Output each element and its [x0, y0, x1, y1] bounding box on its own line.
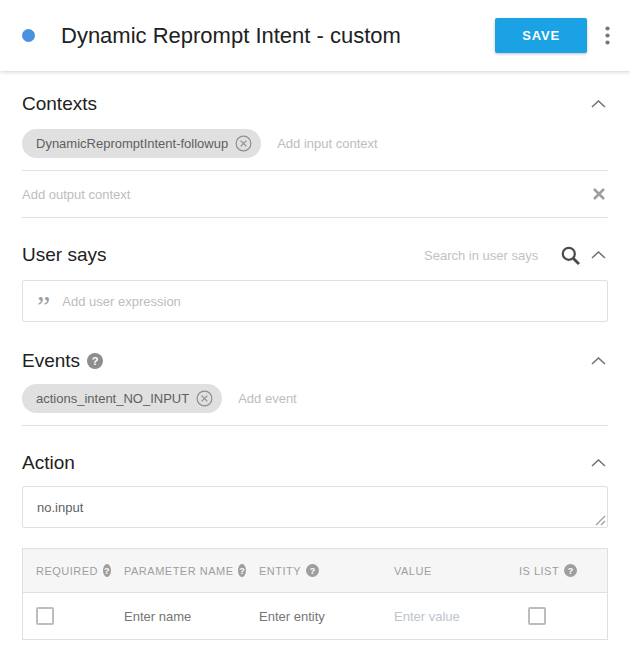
parameters-header-row: REQUIRED ? PARAMETER NAME ? ENTITY ? VAL…	[23, 549, 607, 593]
resize-handle[interactable]	[595, 515, 606, 526]
add-output-context-input[interactable]	[22, 187, 590, 202]
search-user-says-input[interactable]	[424, 248, 552, 263]
help-icon[interactable]: ?	[564, 564, 577, 577]
col-parameter-name-label: PARAMETER NAME	[124, 565, 233, 577]
context-chip: DynamicRepromptIntent-followup	[22, 129, 261, 158]
chevron-up-icon[interactable]	[589, 457, 608, 469]
event-chip: actions_intent_NO_INPUT	[22, 384, 222, 413]
app-header: Dynamic Reprompt Intent - custom SAVE	[0, 0, 630, 71]
help-icon[interactable]: ?	[103, 564, 111, 577]
events-row: actions_intent_NO_INPUT	[22, 384, 608, 426]
action-box	[22, 486, 608, 528]
is-list-checkbox[interactable]	[528, 607, 546, 625]
clear-output-context-icon[interactable]	[590, 185, 608, 203]
chevron-up-icon[interactable]	[589, 98, 608, 110]
kebab-menu-icon[interactable]	[605, 26, 610, 45]
user-says-section: User says ”	[22, 244, 608, 322]
user-expression-box: ”	[22, 280, 608, 322]
intent-dot	[22, 29, 35, 42]
add-input-context-input[interactable]	[277, 136, 608, 151]
parameters-table: REQUIRED ? PARAMETER NAME ? ENTITY ? VAL…	[22, 548, 608, 640]
save-button[interactable]: SAVE	[495, 18, 587, 53]
add-event-input[interactable]	[238, 391, 608, 406]
contexts-heading: Contexts	[22, 93, 97, 115]
col-is-list-label: IS LIST	[519, 565, 559, 577]
page-title: Dynamic Reprompt Intent - custom	[61, 23, 495, 49]
chevron-up-icon[interactable]	[589, 249, 608, 261]
user-says-heading: User says	[22, 244, 106, 266]
parameter-row	[23, 593, 607, 639]
col-entity-label: ENTITY	[259, 565, 301, 577]
event-chip-label: actions_intent_NO_INPUT	[36, 391, 189, 406]
help-icon[interactable]: ?	[87, 353, 103, 369]
quote-icon: ”	[37, 301, 50, 311]
events-heading: Events	[22, 350, 80, 372]
remove-context-icon[interactable]	[235, 135, 252, 152]
context-chip-label: DynamicRepromptIntent-followup	[36, 136, 228, 151]
col-value-label: VALUE	[394, 565, 432, 577]
action-input[interactable]	[37, 500, 593, 515]
contexts-section: Contexts DynamicRepromptIntent-followup	[22, 93, 608, 218]
input-contexts-row: DynamicRepromptIntent-followup	[22, 129, 608, 171]
required-checkbox[interactable]	[36, 607, 54, 625]
search-icon[interactable]	[560, 245, 581, 266]
help-icon[interactable]: ?	[238, 564, 246, 577]
entity-input[interactable]	[259, 609, 359, 624]
parameter-name-input[interactable]	[124, 609, 224, 624]
add-user-expression-input[interactable]	[62, 294, 593, 309]
help-icon[interactable]: ?	[306, 564, 319, 577]
output-context-row	[22, 171, 608, 218]
col-required-label: REQUIRED	[36, 565, 98, 577]
value-input[interactable]	[394, 609, 494, 624]
action-heading: Action	[22, 452, 75, 474]
remove-event-icon[interactable]	[196, 390, 213, 407]
chevron-up-icon[interactable]	[589, 355, 608, 367]
events-section: Events ? actions_intent_NO_INPUT	[22, 350, 608, 426]
action-section: Action	[22, 452, 608, 528]
